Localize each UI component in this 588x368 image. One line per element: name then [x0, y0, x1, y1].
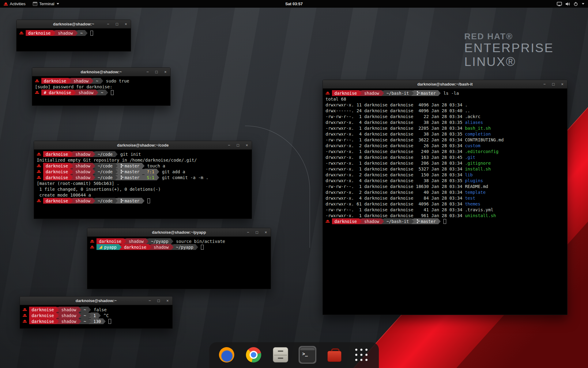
close-button[interactable]: × [165, 298, 170, 303]
activities-button[interactable]: Activities [0, 0, 29, 8]
dock: >_ [209, 342, 379, 368]
command-text: git commit -a -m . [162, 175, 209, 180]
terminal-line: darknoiseshadow~/codemastertouch a [37, 163, 249, 169]
minimize-button[interactable]: − [227, 143, 231, 148]
powerline-segment: darknoise [332, 218, 359, 224]
close-button[interactable]: × [560, 82, 564, 86]
ls-fields: -rw-rw-r--. 1 darknoise darknoise 41 Jan… [326, 207, 465, 212]
maximize-button[interactable]: □ [255, 230, 259, 235]
command-text: sudo true [106, 79, 129, 83]
dock-item-show-apps[interactable] [352, 346, 370, 364]
powerline-separator-icon [70, 169, 73, 174]
minimize-button[interactable]: − [145, 70, 150, 74]
powerline-separator-icon [171, 239, 173, 244]
terminal-line: drwxrwxr-x. 8 darknoise darknoise 163 Ja… [326, 154, 564, 160]
terminal-content[interactable]: darknoiseshadow~sudo true[sudo] password… [32, 76, 170, 105]
powerline-separator-icon [411, 90, 414, 96]
window-titlebar[interactable]: darknoise@shadow:~ − □ × [20, 297, 172, 305]
powerline-separator-icon [124, 239, 126, 244]
firefox-icon [219, 347, 234, 362]
close-button[interactable]: × [245, 143, 249, 148]
dock-item-files[interactable] [272, 346, 289, 364]
powerline-segment: darknoise [43, 151, 70, 157]
terminal-line: -rwxrwxr-x. 1 darknoise darknoise 240 Ja… [326, 148, 564, 154]
terminal-line: drwx------. 24 darknoise darknoise 4096 … [326, 108, 564, 113]
powerline-segment: ~/bash-it [384, 90, 411, 96]
window-titlebar[interactable]: darknoise@shadow:~/pyapp − □ × [87, 228, 271, 237]
maximize-button[interactable]: □ [115, 22, 119, 26]
terminal-window-exitcodes[interactable]: darknoise@shadow:~ − □ × darknoiseshadow… [20, 296, 173, 329]
powerline-separator-icon [96, 90, 98, 95]
window-titlebar[interactable]: darknoise@shadow:~/code − □ × [34, 141, 252, 150]
terminal-window-home-1[interactable]: darknoise@shadow:~ − □ × darknoiseshadow… [16, 20, 131, 52]
window-titlebar[interactable]: darknoise@shadow:~ − □ × [17, 20, 131, 29]
command-text: source bin/activate [176, 239, 225, 244]
powerline-segment: darknoise [29, 307, 56, 312]
terminal-window-pyapp[interactable]: darknoise@shadow:~/pyapp − □ × darknoise… [87, 228, 271, 289]
maximize-button[interactable]: □ [154, 70, 159, 74]
window-titlebar[interactable]: darknoise@shadow:~ − □ × [32, 68, 170, 76]
file-name: .gitignore [465, 161, 491, 166]
powerline-segment: shadow [73, 174, 93, 180]
close-button[interactable]: × [124, 22, 128, 26]
powerline-segment: ~/bash-it [384, 218, 411, 224]
close-button[interactable]: × [163, 70, 168, 74]
clock[interactable]: Sat 03:57 [285, 2, 303, 6]
python-icon [99, 245, 102, 249]
powerline-separator-icon [142, 169, 145, 174]
dock-item-terminal[interactable]: >_ [299, 346, 316, 364]
powerline-segment: shadow [362, 218, 382, 224]
terminal-window-code[interactable]: darknoise@shadow:~/code − □ × darknoises… [34, 141, 252, 219]
output-text: create mode 100644 a [37, 193, 91, 197]
powerline-separator-icon [142, 163, 145, 169]
window-title: darknoise@shadow:~ [53, 22, 94, 26]
maximize-button[interactable]: □ [236, 143, 240, 148]
dock-item-chrome[interactable] [245, 346, 262, 364]
powerline-segment: darknoise [43, 198, 70, 204]
brand-line-redhat: RED HAT® [464, 32, 554, 41]
terminal-content[interactable]: darknoiseshadow~/bash-itmasterls -latota… [323, 89, 567, 315]
app-menu-terminal[interactable]: Terminal [29, 0, 63, 8]
dock-item-firefox[interactable] [218, 346, 236, 364]
powerline-segment: master [118, 174, 142, 180]
ls-fields: -rwxrwxr-x. 1 darknoise darknoise 2205 J… [326, 126, 465, 131]
terminal-content[interactable]: darknoiseshadow~ [17, 29, 131, 51]
powerline-segment: master [414, 218, 438, 224]
terminal-glyph: >_ [302, 351, 308, 357]
terminal-line: darknoiseshadow~/codemasterS:1git commit… [37, 174, 249, 180]
system-status-area[interactable] [555, 0, 586, 8]
minimize-button[interactable]: − [542, 82, 547, 86]
terminal-line: -rw-rw-r--. 1 darknoise darknoise 18630 … [326, 183, 564, 189]
terminal-cursor [147, 198, 150, 203]
terminal-content[interactable]: darknoiseshadow~/codegit initInitialized… [34, 150, 252, 219]
powerline-separator-icon [101, 78, 103, 84]
power-icon [574, 2, 578, 6]
chevron-down-icon [582, 3, 584, 5]
dock-item-toolbox[interactable] [326, 346, 343, 364]
minimize-button[interactable]: − [106, 22, 110, 26]
ls-fields: -rw-rw-r--. 1 darknoise darknoise 22 Jan… [326, 114, 465, 119]
maximize-button[interactable]: □ [156, 298, 161, 303]
powerline-separator-icon [382, 219, 384, 224]
file-name: uninstall.sh [465, 213, 496, 218]
maximize-button[interactable]: □ [551, 82, 556, 86]
terminal-cursor [90, 31, 93, 36]
powerline-segment: ~/pyapp [149, 238, 171, 244]
powerline-segment: shadow [73, 163, 93, 169]
minimize-button[interactable]: − [246, 230, 250, 235]
show-apps-grid-icon [354, 347, 369, 362]
terminal-window-sudo[interactable]: darknoise@shadow:~ − □ × darknoiseshadow… [32, 67, 171, 106]
activities-label: Activities [10, 2, 25, 6]
close-button[interactable]: × [264, 230, 268, 235]
powerline-separator-icon [70, 163, 73, 169]
terminal-content[interactable]: darknoiseshadow~falsedarknoiseshadow~1^C… [20, 305, 172, 328]
terminal-window-bash-it[interactable]: darknoise@shadow:~/bash-it − □ × darknoi… [322, 80, 567, 315]
chevron-down-icon [57, 3, 59, 5]
git-branch-icon [416, 219, 419, 223]
terminal-line: drwxrwxr-x. 11 darknoise darknoise 4096 … [326, 102, 564, 108]
terminal-content[interactable]: darknoiseshadow~/pyappsource bin/activat… [87, 237, 271, 289]
terminal-icon: >_ [300, 347, 315, 362]
minimize-button[interactable]: − [148, 298, 152, 303]
powerline-separator-icon [115, 163, 118, 169]
window-titlebar[interactable]: darknoise@shadow:~/bash-it − □ × [323, 80, 567, 89]
